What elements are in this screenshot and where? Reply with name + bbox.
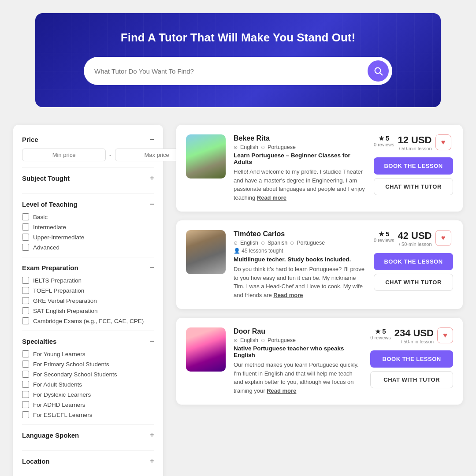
favorite-button[interactable]: ♥	[437, 327, 453, 343]
price-per: / 50-min lesson	[401, 339, 434, 344]
exam-checkbox-label: IELTS Preparation	[33, 277, 82, 284]
specialty-checkbox[interactable]	[22, 361, 29, 368]
level-filter-toggle[interactable]: −	[149, 200, 154, 208]
price-per: / 50-min lesson	[399, 146, 432, 151]
tutor-photo	[186, 134, 226, 178]
specialty-checkbox-item[interactable]: For ADHD Learners	[22, 401, 154, 408]
specialty-checkbox[interactable]	[22, 350, 29, 357]
tutor-name: Bekee Rita	[234, 134, 366, 142]
specialty-checkbox[interactable]	[22, 401, 29, 408]
chat-tutor-button[interactable]: CHAT WITH TUTOR	[374, 178, 453, 195]
tutor-info: Bekee Rita ⊙English⊙Portuguese Learn Por…	[234, 134, 366, 202]
tutor-langs: ⊙English⊙Portuguese	[234, 144, 366, 150]
level-checkbox-item[interactable]: Advanced	[22, 244, 154, 251]
specialties-filter-section: Specialties − For Young LearnersFor Prim…	[22, 337, 154, 425]
search-button[interactable]	[368, 60, 389, 82]
specialties-filter-title: Specialties	[22, 338, 56, 345]
exam-checkbox-item[interactable]: IELTS Preparation	[22, 277, 154, 284]
price-block: 12 USD / 50-min lesson	[398, 134, 431, 151]
tutor-desc: Hello! And welcome to my profile. I stud…	[234, 167, 366, 202]
price-value: 12 USD	[398, 134, 431, 146]
read-more-link[interactable]: Read more	[257, 194, 286, 201]
rating-price-row: ★ 5 0 reviews 234 USD / 50-min lesson ♥	[370, 327, 453, 344]
location-filter-header: Location +	[22, 457, 154, 465]
specialty-checkbox-label: For Primary School Students	[33, 361, 109, 368]
exam-filter-toggle[interactable]: −	[149, 264, 154, 271]
specialty-checkbox-item[interactable]: For ESL/EFL Learners	[22, 411, 154, 418]
tutor-actions: ★ 5 0 reviews 12 USD / 50-min lesson ♥ B…	[374, 134, 453, 195]
reviews-count: 0 reviews	[374, 238, 394, 243]
chat-tutor-button[interactable]: CHAT WITH TUTOR	[370, 371, 453, 388]
level-checkbox[interactable]	[22, 223, 29, 231]
rating-value: 5	[386, 134, 389, 142]
search-bar	[84, 57, 392, 85]
specialties-filter-toggle[interactable]: −	[149, 337, 154, 345]
tutor-desc: Our method makes you learn Portuguese qu…	[234, 361, 362, 395]
level-filter-section: Level of Teaching − BasicIntermediateUpp…	[22, 200, 154, 257]
specialty-checkbox-label: For ESL/EFL Learners	[33, 412, 93, 418]
read-more-link[interactable]: Read more	[273, 292, 303, 298]
book-lesson-button[interactable]: BOOK THE LESSON	[370, 350, 453, 368]
favorite-button[interactable]: ♥	[435, 230, 451, 246]
tutor-info: Timóteo Carlos ⊙English⊙Spanish⊙Portugue…	[234, 230, 366, 299]
specialty-checkbox[interactable]	[22, 391, 29, 398]
rating-price-row: ★ 5 0 reviews 12 USD / 50-min lesson ♥	[374, 134, 453, 151]
location-filter-toggle[interactable]: +	[149, 457, 154, 465]
level-checkbox[interactable]	[22, 244, 29, 251]
tutor-list: Bekee Rita ⊙English⊙Portuguese Learn Por…	[176, 125, 463, 413]
exam-checkbox-item[interactable]: Cambridge Exams (e.g., FCE, CAE, CPE)	[22, 317, 154, 324]
exam-checkbox[interactable]	[22, 277, 29, 284]
specialty-checkbox-item[interactable]: For Adult Students	[22, 381, 154, 388]
tutor-photo	[186, 327, 226, 372]
tutor-desc: Do you think it's hard to learn Portugue…	[234, 265, 366, 299]
rating-price-row: ★ 5 0 reviews 42 USD / 50-min lesson ♥	[374, 230, 453, 247]
exam-checkbox[interactable]	[22, 307, 29, 314]
exam-checkbox[interactable]	[22, 287, 29, 294]
tutor-info: Door Rau ⊙English⊙Portuguese Native Port…	[234, 327, 362, 395]
specialty-checkbox-item[interactable]: For Dyslexic Learners	[22, 391, 154, 398]
exam-checkbox-item[interactable]: TOEFL Preparation	[22, 287, 154, 294]
level-checkbox-item[interactable]: Upper-Intermediate	[22, 234, 154, 241]
subject-filter-toggle[interactable]: +	[149, 174, 154, 182]
book-lesson-button[interactable]: BOOK THE LESSON	[374, 157, 453, 175]
exam-checkbox-item[interactable]: GRE Verbal Preparation	[22, 297, 154, 304]
rating-value: 5	[382, 327, 386, 335]
exam-checkbox[interactable]	[22, 297, 29, 304]
language-filter-toggle[interactable]: +	[149, 431, 154, 439]
min-price-input[interactable]	[22, 149, 106, 161]
tutor-name: Timóteo Carlos	[234, 230, 366, 238]
specialty-checkbox-label: For Young Learners	[33, 351, 86, 357]
specialty-checkbox[interactable]	[22, 381, 29, 388]
specialty-checkbox-item[interactable]: For Primary School Students	[22, 361, 154, 368]
search-icon	[373, 66, 383, 76]
level-checkbox[interactable]	[22, 234, 29, 241]
specialty-checkbox-label: For ADHD Learners	[33, 402, 86, 408]
specialties-filter-header: Specialties −	[22, 337, 154, 345]
exam-checkbox[interactable]	[22, 317, 29, 324]
level-checkbox-item[interactable]: Basic	[22, 213, 154, 220]
chat-tutor-button[interactable]: CHAT WITH TUTOR	[374, 274, 453, 291]
hero-title: Find A Tutor That Will Make You Stand Ou…	[62, 31, 414, 45]
price-filter-toggle[interactable]: −	[149, 135, 154, 143]
rating-block: ★ 5 0 reviews	[370, 327, 390, 340]
specialty-checkbox-item[interactable]: For Young Learners	[22, 350, 154, 357]
specialty-checkbox[interactable]	[22, 411, 29, 418]
exam-checkbox-list: IELTS PreparationTOEFL PreparationGRE Ve…	[22, 277, 154, 324]
star-rating: ★ 5	[375, 327, 386, 335]
favorite-button[interactable]: ♥	[435, 134, 451, 150]
exam-checkbox-item[interactable]: SAT English Preparation	[22, 307, 154, 314]
book-lesson-button[interactable]: BOOK THE LESSON	[374, 253, 453, 270]
level-checkbox-item[interactable]: Intermediate	[22, 223, 154, 231]
tutor-headline: Multilingue techer. Study books included…	[234, 256, 366, 263]
exam-filter-title: Exam Preparation	[22, 264, 78, 271]
location-filter-section: Location +	[22, 457, 154, 476]
tutor-name: Door Rau	[234, 327, 362, 335]
search-input[interactable]	[94, 67, 368, 75]
exam-filter-section: Exam Preparation − IELTS PreparationTOEF…	[22, 264, 154, 331]
star-icon: ★	[379, 135, 384, 142]
level-checkbox[interactable]	[22, 213, 29, 220]
specialty-checkbox-item[interactable]: For Secondary School Students	[22, 371, 154, 378]
read-more-link[interactable]: Read more	[267, 387, 296, 394]
specialty-checkbox[interactable]	[22, 371, 29, 378]
language-filter-title: Language Spoken	[22, 431, 79, 439]
